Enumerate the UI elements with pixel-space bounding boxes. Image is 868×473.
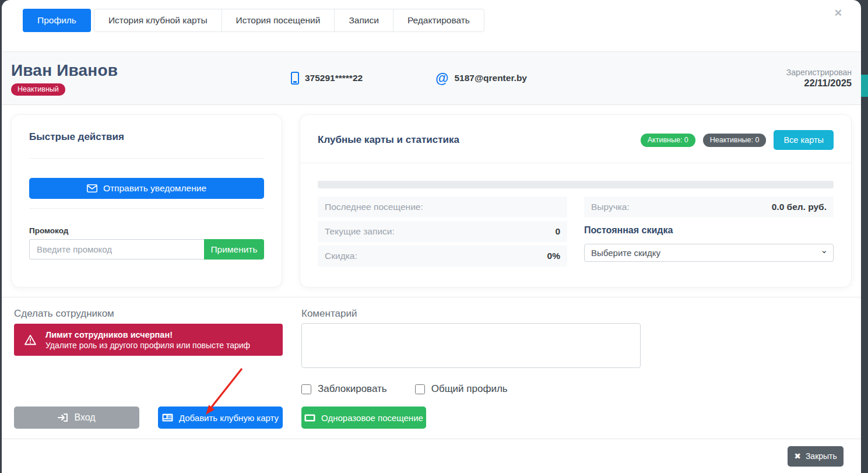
close-x-icon: ✖ [794, 451, 801, 461]
tab-visit-history[interactable]: История посещений [222, 9, 335, 32]
comment-textarea[interactable] [301, 323, 641, 368]
close-button[interactable]: ✖ Закрыть [788, 446, 844, 467]
promo-label: Промокод [29, 226, 264, 235]
tab-edit[interactable]: Редактировать [393, 9, 484, 32]
tab-bar: Профиль История клубной карты История по… [2, 0, 861, 51]
cards-progress-bar [318, 181, 834, 188]
stat-current-records: Текущие записи: 0 [318, 221, 567, 242]
single-visit-button[interactable]: Одноразовое посещение [301, 407, 426, 429]
bottom-section: Сделать сотрудником Лимит сотрудников ис… [2, 297, 861, 439]
login-icon [58, 413, 68, 422]
make-employee-label: Сделать сотрудником [14, 308, 283, 320]
promo-input[interactable] [29, 239, 204, 260]
club-cards-title: Клубные карты и статистика [318, 134, 459, 146]
quick-actions-title: Быстрые действия [29, 131, 264, 143]
apply-promo-button[interactable]: Применить [204, 239, 264, 260]
warning-icon [24, 335, 36, 345]
tab-card-history[interactable]: История клубной карты [94, 9, 222, 32]
profile-header: Иван Иванов Неактивный 375291*****22 @ 5… [2, 51, 861, 105]
client-name: Иван Иванов [11, 61, 291, 80]
quick-actions-card: Быстрые действия Отправить уведомление П… [11, 114, 282, 288]
active-cards-badge: Активные: 0 [641, 134, 695, 147]
stat-last-visit: Последнее посещение: [318, 197, 567, 218]
background-fragment [861, 75, 868, 97]
status-badge: Неактивный [11, 83, 65, 96]
send-notification-button[interactable]: Отправить уведомление [29, 178, 264, 199]
alert-text: Удалите роль из другого профиля или повы… [45, 341, 250, 350]
inactive-cards-badge: Неактивные: 0 [703, 134, 767, 147]
registered-date: 22/11/2025 [786, 78, 852, 89]
block-checkbox[interactable] [301, 384, 311, 394]
shared-profile-checkbox-label[interactable]: Общий профиль [415, 383, 508, 395]
close-icon[interactable]: ✕ [834, 8, 842, 18]
modal-footer: ✖ Закрыть [2, 439, 861, 473]
id-card-icon [162, 414, 173, 422]
client-phone: 375291*****22 [305, 73, 363, 83]
shared-profile-checkbox[interactable] [415, 384, 425, 394]
registered-label: Зарегистрирован [786, 68, 852, 77]
phone-icon [291, 72, 299, 85]
tab-records[interactable]: Записи [334, 9, 393, 32]
client-email: 5187@qrenter.by [454, 73, 527, 83]
add-club-card-button[interactable]: Добавить клубную карту [158, 407, 283, 429]
block-checkbox-label[interactable]: Заблокировать [301, 383, 387, 395]
stat-discount: Скидка: 0% [318, 246, 567, 267]
main-area: Быстрые действия Отправить уведомление П… [2, 105, 861, 297]
email-icon: @ [435, 72, 448, 85]
login-button[interactable]: Вход [14, 407, 139, 429]
permanent-discount-title: Постоянная скидка [584, 225, 834, 236]
all-cards-button[interactable]: Все карты [774, 130, 834, 150]
envelope-icon [87, 184, 97, 192]
tab-profile[interactable]: Профиль [23, 9, 91, 32]
comment-label: Коментарий [301, 308, 852, 320]
alert-title: Лимит сотрудников исчерпан! [45, 330, 250, 339]
stat-revenue: Выручка: 0.0 бел. руб. [584, 197, 834, 218]
ticket-icon [304, 414, 315, 422]
employee-limit-alert: Лимит сотрудников исчерпан! Удалите роль… [14, 324, 283, 356]
discount-select[interactable]: Выберите скидку [584, 244, 834, 262]
club-cards-card: Клубные карты и статистика Активные: 0 Н… [300, 114, 852, 288]
profile-modal: Профиль История клубной карты История по… [2, 0, 861, 473]
